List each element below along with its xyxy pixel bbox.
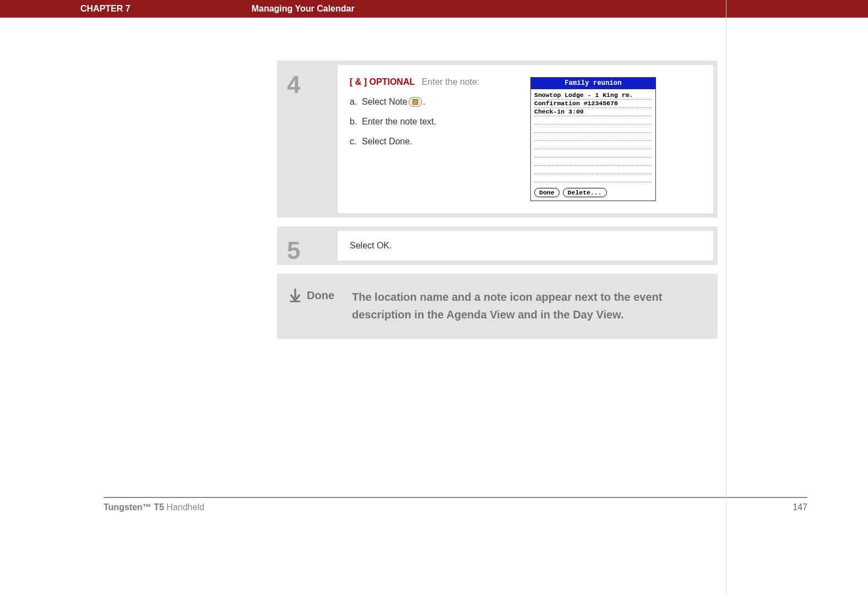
note-icon — [409, 97, 422, 107]
palm-body: Snowtop Lodge - 1 King rm. Confirmation … — [531, 89, 655, 186]
substep-c-text: Select Done. — [362, 137, 413, 147]
footer-row: Tungsten™ T5 Handheld 147 — [104, 502, 807, 512]
substep-a-text-after: . — [423, 97, 425, 107]
step-4-number: 4 — [287, 73, 338, 97]
palm-line-8 — [534, 149, 652, 158]
step-5-num-cell: 5 — [277, 226, 338, 265]
page-footer: Tungsten™ T5 Handheld 147 — [104, 497, 807, 512]
palm-line-2: Confirmation #12345678 — [534, 100, 652, 108]
step-4-content: [ & ] OPTIONAL Enter the note: a. Select… — [338, 65, 713, 213]
step-4-num-cell: 4 — [277, 61, 338, 218]
palm-delete-button: Delete... — [563, 188, 607, 197]
palm-line-5 — [534, 125, 652, 133]
page-body: 4 [ & ] OPTIONAL Enter the note: a. Sele… — [277, 61, 718, 339]
palm-buttons: Done Delete... — [531, 186, 655, 201]
step-5-text-col: Select OK. — [350, 241, 701, 251]
substep-c-marker: c. — [350, 137, 362, 147]
substep-a-text-before: Select Note — [362, 97, 408, 107]
palm-line-9 — [534, 158, 652, 166]
done-block: Done The location name and a note icon a… — [277, 274, 718, 339]
palm-line-1: Snowtop Lodge - 1 King rm. — [534, 91, 652, 100]
optional-label: OPTIONAL — [370, 77, 415, 86]
done-label: Done — [307, 289, 334, 302]
substep-a: a. Select Note . — [350, 97, 515, 107]
chapter-label: CHAPTER 7 — [76, 4, 131, 14]
palm-line-4 — [534, 116, 652, 125]
step-4-text-col: [ & ] OPTIONAL Enter the note: a. Select… — [350, 77, 515, 201]
step-5-number: 5 — [287, 239, 338, 263]
substep-b-marker: b. — [350, 117, 362, 127]
step-5-content: Select OK. — [338, 231, 713, 261]
done-header: Done — [289, 288, 342, 302]
step-5-text: Select OK. — [350, 241, 392, 250]
palm-note-screenshot: Family reunion Snowtop Lodge - 1 King rm… — [530, 77, 656, 201]
step-4-instruction: Enter the note: — [422, 77, 480, 86]
step-4-block: 4 [ & ] OPTIONAL Enter the note: a. Sele… — [277, 61, 718, 218]
substep-c: c. Select Done. — [350, 137, 515, 147]
down-arrow-icon — [289, 288, 301, 302]
palm-line-10 — [534, 166, 652, 174]
step-4-heading: [ & ] OPTIONAL Enter the note: — [350, 77, 515, 87]
footer-product-bold: Tungsten™ T5 — [104, 502, 164, 512]
footer-divider — [104, 497, 807, 498]
footer-product-rest: Handheld — [164, 502, 204, 512]
palm-line-11 — [534, 174, 652, 182]
step-4-substeps: a. Select Note . b. Enter the note text.… — [350, 97, 515, 147]
footer-page-number: 147 — [793, 502, 807, 512]
palm-line-3: Check-in 3:00 — [534, 108, 652, 116]
header-inner: CHAPTER 7 Managing Your Calendar — [76, 4, 792, 14]
header-bar: CHAPTER 7 Managing Your Calendar — [0, 0, 868, 18]
done-text: The location name and a note icon appear… — [352, 288, 706, 323]
optional-prefix: [ & ] — [350, 77, 367, 86]
chapter-title: Managing Your Calendar — [252, 4, 355, 14]
page-edge — [726, 0, 726, 595]
substep-b-text: Enter the note text. — [362, 117, 436, 127]
substep-a-marker: a. — [350, 97, 362, 107]
footer-product: Tungsten™ T5 Handheld — [104, 502, 204, 512]
palm-done-button: Done — [534, 188, 560, 197]
step-5-block: 5 Select OK. — [277, 226, 718, 265]
palm-line-6 — [534, 133, 652, 141]
substep-b: b. Enter the note text. — [350, 117, 515, 127]
note-icon-glyph — [413, 99, 418, 105]
palm-line-7 — [534, 141, 652, 149]
palm-titlebar: Family reunion — [531, 78, 655, 89]
